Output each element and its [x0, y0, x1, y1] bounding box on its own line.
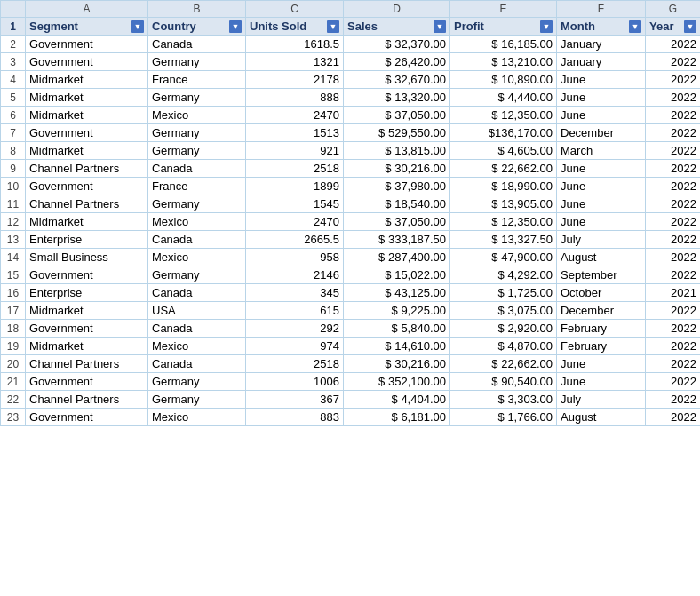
cell-country: Mexico [148, 338, 246, 355]
cell-profit: $136,170.00 [450, 124, 557, 142]
cell-month: July [557, 391, 646, 409]
cell-country: Canada [148, 231, 246, 249]
row-number: 16 [1, 284, 26, 302]
cell-sales: $ 9,225.00 [344, 302, 450, 320]
cell-month: February [557, 320, 646, 338]
col-letter-b: B [148, 1, 246, 18]
cell-month: June [557, 89, 646, 107]
filter-profit[interactable]: ▼ [540, 20, 553, 33]
cell-sales: $ 37,980.00 [344, 178, 450, 195]
filter-segment[interactable]: ▼ [131, 20, 144, 33]
row-number: 21 [1, 373, 26, 391]
cell-units: 974 [246, 338, 344, 355]
table-row: 19MidmarketMexico974$ 14,610.00$ 4,870.0… [1, 338, 701, 355]
row-number: 2 [1, 36, 26, 53]
cell-year: 2022 [646, 36, 701, 53]
cell-year: 2022 [646, 142, 701, 160]
cell-sales: $ 15,022.00 [344, 266, 450, 284]
filter-sales[interactable]: ▼ [434, 20, 446, 33]
cell-month: June [557, 160, 646, 178]
cell-country: Canada [148, 355, 246, 373]
cell-month: December [557, 302, 646, 320]
table-row: 15GovernmentGermany2146$ 15,022.00$ 4,29… [1, 266, 701, 284]
cell-segment: Enterprise [26, 284, 148, 302]
cell-profit: $ 13,327.50 [450, 231, 557, 249]
cell-units: 921 [246, 142, 344, 160]
cell-year: 2022 [646, 71, 701, 89]
cell-units: 2518 [246, 160, 344, 178]
row-number: 10 [1, 178, 26, 195]
cell-profit: $ 13,210.00 [450, 53, 557, 71]
row-number: 20 [1, 355, 26, 373]
cell-year: 2022 [646, 178, 701, 195]
cell-year: 2021 [646, 284, 701, 302]
cell-profit: $ 12,350.00 [450, 107, 557, 124]
cell-year: 2022 [646, 195, 701, 213]
row-number: 22 [1, 391, 26, 409]
cell-segment: Channel Partners [26, 355, 148, 373]
cell-sales: $ 32,370.00 [344, 36, 450, 53]
cell-country: Mexico [148, 409, 246, 426]
row-number: 4 [1, 71, 26, 89]
cell-units: 2518 [246, 355, 344, 373]
cell-month: July [557, 231, 646, 249]
col-letter-d: D [344, 1, 450, 18]
cell-country: Germany [148, 53, 246, 71]
column-letters-row: A B C D E F G [1, 1, 701, 18]
row-number: 8 [1, 142, 26, 160]
table-row: 14Small BusinessMexico958$ 287,400.00$ 4… [1, 249, 701, 266]
filter-month[interactable]: ▼ [629, 20, 641, 33]
table-row: 5MidmarketGermany888$ 13,320.00$ 4,440.0… [1, 89, 701, 107]
cell-segment: Midmarket [26, 338, 148, 355]
cell-segment: Midmarket [26, 71, 148, 89]
cell-units: 1006 [246, 373, 344, 391]
cell-segment: Government [26, 36, 148, 53]
cell-sales: $ 6,181.00 [344, 409, 450, 426]
cell-month: October [557, 284, 646, 302]
cell-segment: Channel Partners [26, 160, 148, 178]
cell-country: Canada [148, 284, 246, 302]
row-number: 13 [1, 231, 26, 249]
header-sales: Sales ▼ [344, 18, 450, 36]
cell-country: Germany [148, 373, 246, 391]
cell-profit: $ 1,766.00 [450, 409, 557, 426]
filter-country[interactable]: ▼ [229, 20, 242, 33]
cell-country: Canada [148, 160, 246, 178]
table-row: 22Channel PartnersGermany367$ 4,404.00$ … [1, 391, 701, 409]
cell-sales: $ 13,320.00 [344, 89, 450, 107]
cell-profit: $ 90,540.00 [450, 373, 557, 391]
cell-segment: Small Business [26, 249, 148, 266]
cell-month: June [557, 107, 646, 124]
cell-month: June [557, 213, 646, 231]
header-row: 1 Segment ▼ Country ▼ Units Sold [1, 18, 701, 36]
cell-profit: $ 18,990.00 [450, 178, 557, 195]
cell-profit: $ 1,725.00 [450, 284, 557, 302]
row-number: 12 [1, 213, 26, 231]
filter-units-sold[interactable]: ▼ [327, 20, 339, 33]
cell-year: 2022 [646, 338, 701, 355]
filter-year[interactable]: ▼ [684, 20, 696, 33]
cell-sales: $ 14,610.00 [344, 338, 450, 355]
cell-country: Canada [148, 320, 246, 338]
cell-country: Germany [148, 391, 246, 409]
row-number: 19 [1, 338, 26, 355]
cell-country: Mexico [148, 249, 246, 266]
cell-country: Mexico [148, 213, 246, 231]
table-row: 10GovernmentFrance1899$ 37,980.00$ 18,99… [1, 178, 701, 195]
row-number: 23 [1, 409, 26, 426]
cell-month: August [557, 249, 646, 266]
cell-profit: $ 4,440.00 [450, 89, 557, 107]
cell-year: 2022 [646, 391, 701, 409]
row-number: 14 [1, 249, 26, 266]
header-country: Country ▼ [148, 18, 246, 36]
cell-country: France [148, 178, 246, 195]
cell-month: June [557, 71, 646, 89]
cell-units: 2665.5 [246, 231, 344, 249]
cell-country: Germany [148, 266, 246, 284]
cell-segment: Enterprise [26, 231, 148, 249]
table-row: 2GovernmentCanada1618.5$ 32,370.00$ 16,1… [1, 36, 701, 53]
cell-segment: Government [26, 124, 148, 142]
cell-sales: $ 352,100.00 [344, 373, 450, 391]
row-number: 3 [1, 53, 26, 71]
cell-month: June [557, 373, 646, 391]
